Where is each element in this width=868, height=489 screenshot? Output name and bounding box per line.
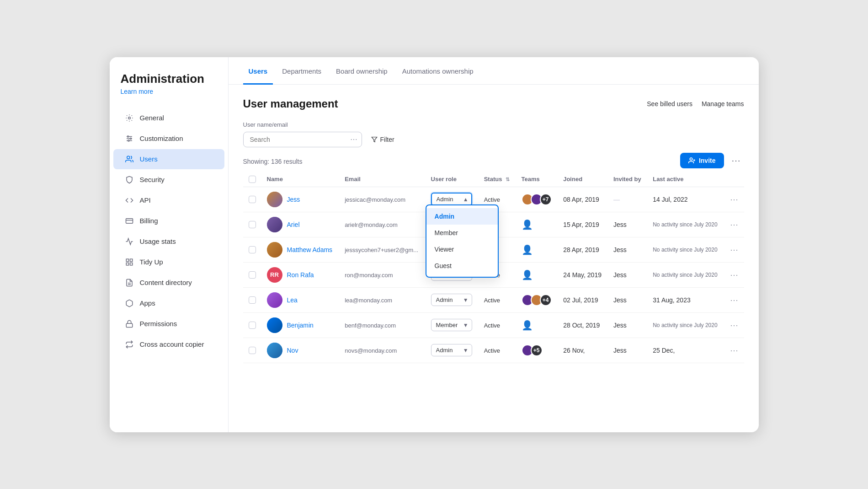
row-name: Ariel bbox=[261, 212, 340, 237]
svg-rect-8 bbox=[126, 218, 133, 223]
shield-icon bbox=[124, 175, 134, 185]
row-more-button-jess[interactable]: ⋯ bbox=[730, 195, 738, 204]
row-3-checkbox[interactable] bbox=[249, 246, 256, 253]
svg-rect-13 bbox=[130, 263, 132, 265]
dropdown-option-member[interactable]: Member bbox=[426, 225, 498, 241]
sidebar-item-usage-stats[interactable]: Usage stats bbox=[113, 231, 224, 252]
row-more-nov: ⋯ bbox=[724, 338, 744, 363]
no-team-icon: 👤 bbox=[522, 220, 533, 230]
search-label: User name/email bbox=[243, 121, 744, 128]
sidebar-item-users[interactable]: Users bbox=[113, 149, 224, 169]
row-joined-ariel: 15 Apr, 2019 bbox=[558, 212, 608, 237]
learn-more-link[interactable]: Learn more bbox=[110, 88, 228, 95]
sidebar-item-general[interactable]: General bbox=[113, 108, 224, 128]
no-team-icon: 👤 bbox=[522, 245, 533, 255]
role-dropdown-menu: Admin Member Viewer Guest bbox=[426, 204, 499, 278]
row-7-checkbox[interactable] bbox=[249, 347, 256, 354]
row-last-active-benjamin: No activity since July 2020 bbox=[647, 312, 724, 338]
row-2-checkbox[interactable] bbox=[249, 221, 256, 228]
row-checkbox bbox=[243, 237, 261, 262]
invite-button[interactable]: Invite bbox=[680, 153, 724, 168]
user-name-ariel[interactable]: Ariel bbox=[287, 221, 300, 228]
more-options-button[interactable]: ⋯ bbox=[728, 153, 744, 168]
row-teams-lea: +4 bbox=[516, 287, 558, 312]
main-content: Users Departments Board ownership Automa… bbox=[229, 57, 759, 432]
row-status-benjamin: Active bbox=[479, 312, 516, 338]
row-more-button-nov[interactable]: ⋯ bbox=[730, 346, 738, 355]
filter-icon bbox=[371, 136, 378, 143]
user-table-wrap: Name Email User role Status ⇅ Teams Join… bbox=[243, 172, 744, 363]
row-email-ron: ron@monday.com bbox=[339, 262, 425, 287]
filter-label: Filter bbox=[380, 136, 394, 143]
row-4-checkbox[interactable] bbox=[249, 271, 256, 279]
user-name-lea[interactable]: Lea bbox=[287, 296, 298, 304]
sidebar-item-permissions[interactable]: Permissions bbox=[113, 314, 224, 334]
sidebar-title: Administration bbox=[110, 72, 228, 86]
row-6-checkbox[interactable] bbox=[249, 322, 256, 329]
sidebar-label-cross-account: Cross account copier bbox=[140, 340, 204, 348]
page-title: User management bbox=[243, 97, 338, 110]
tab-departments[interactable]: Departments bbox=[277, 57, 327, 85]
row-more-button-matthew[interactable]: ⋯ bbox=[730, 245, 738, 254]
row-1-checkbox[interactable] bbox=[249, 196, 256, 203]
dropdown-option-guest[interactable]: Guest bbox=[426, 258, 498, 274]
row-more-button-benjamin[interactable]: ⋯ bbox=[730, 321, 738, 330]
search-input[interactable] bbox=[243, 132, 362, 147]
sidebar-item-content-directory[interactable]: Content directory bbox=[113, 273, 224, 293]
sidebar-item-api[interactable]: API bbox=[113, 190, 224, 210]
table-row: Benjamin benf@monday.com AdminMemberView… bbox=[243, 312, 744, 338]
sidebar-label-tidy-up: Tidy Up bbox=[140, 258, 163, 266]
sidebar-item-billing[interactable]: Billing bbox=[113, 211, 224, 231]
apps-icon bbox=[124, 298, 134, 308]
sidebar-item-cross-account[interactable]: Cross account copier bbox=[113, 334, 224, 355]
manage-teams-link[interactable]: Manage teams bbox=[702, 100, 744, 107]
sidebar-item-customization[interactable]: Customization bbox=[113, 129, 224, 149]
tab-users[interactable]: Users bbox=[243, 57, 273, 85]
teams-count-lea: +4 bbox=[540, 294, 552, 306]
row-invited-nov: Jess bbox=[608, 338, 647, 363]
svg-rect-11 bbox=[130, 259, 132, 261]
user-name-benjamin[interactable]: Benjamin bbox=[287, 322, 314, 329]
row-more-button-lea[interactable]: ⋯ bbox=[730, 296, 738, 305]
role-select-benjamin[interactable]: AdminMemberViewerGuest bbox=[431, 319, 472, 331]
row-more-button-ariel[interactable]: ⋯ bbox=[730, 220, 738, 229]
dropdown-option-admin[interactable]: Admin bbox=[426, 208, 498, 225]
tab-automations-ownership[interactable]: Automations ownership bbox=[397, 57, 479, 85]
billing-icon bbox=[124, 216, 134, 226]
user-name-ron[interactable]: Ron Rafa bbox=[287, 271, 314, 279]
tab-board-ownership[interactable]: Board ownership bbox=[330, 57, 393, 85]
select-all-checkbox[interactable] bbox=[249, 176, 256, 183]
row-email-nov: novs@monday.com bbox=[339, 338, 425, 363]
sidebar-label-billing: Billing bbox=[140, 217, 158, 225]
sidebar-item-apps[interactable]: Apps bbox=[113, 293, 224, 313]
row-email-matthew: jesssycohen7+user2@gm... bbox=[339, 237, 425, 262]
role-select-lea[interactable]: AdminMemberViewerGuest bbox=[431, 294, 472, 306]
sidebar-item-tidy-up[interactable]: Tidy Up bbox=[113, 252, 224, 272]
row-status-lea: Active bbox=[479, 287, 516, 312]
sidebar-item-security[interactable]: Security bbox=[113, 170, 224, 190]
role-select-nov[interactable]: AdminMemberViewerGuest bbox=[431, 344, 472, 356]
row-5-checkbox[interactable] bbox=[249, 296, 256, 304]
row-invited-matthew: Jess bbox=[608, 237, 647, 262]
user-name-matthew[interactable]: Matthew Adams bbox=[287, 246, 333, 253]
role-dropdown-jess: Admin Member Viewer Guest ▲ bbox=[431, 193, 472, 206]
svg-rect-10 bbox=[126, 259, 128, 261]
user-name-jess[interactable]: Jess bbox=[287, 196, 300, 203]
row-last-active-lea: 31 Aug, 2023 bbox=[647, 287, 724, 312]
role-select-jess[interactable]: Admin Member Viewer Guest bbox=[431, 193, 472, 206]
row-checkbox bbox=[243, 338, 261, 363]
user-name-nov[interactable]: Nov bbox=[287, 347, 298, 354]
dropdown-option-viewer[interactable]: Viewer bbox=[426, 241, 498, 258]
sidebar-label-general: General bbox=[140, 114, 164, 122]
filter-button[interactable]: Filter bbox=[367, 133, 398, 146]
see-billed-users-link[interactable]: See billed users bbox=[647, 100, 692, 107]
sort-icon: ⇅ bbox=[506, 177, 510, 183]
lock-icon bbox=[124, 319, 134, 329]
tabs-bar: Users Departments Board ownership Automa… bbox=[229, 57, 759, 85]
row-more-button-ron[interactable]: ⋯ bbox=[730, 270, 738, 279]
row-checkbox bbox=[243, 287, 261, 312]
table-row: Jess jessicac@monday.com Admin Member Vi… bbox=[243, 187, 744, 212]
table-actions-row: Invite ⋯ bbox=[680, 153, 744, 168]
row-last-active-ariel: No activity since July 2020 bbox=[647, 212, 724, 237]
row-name: Benjamin bbox=[261, 312, 340, 338]
